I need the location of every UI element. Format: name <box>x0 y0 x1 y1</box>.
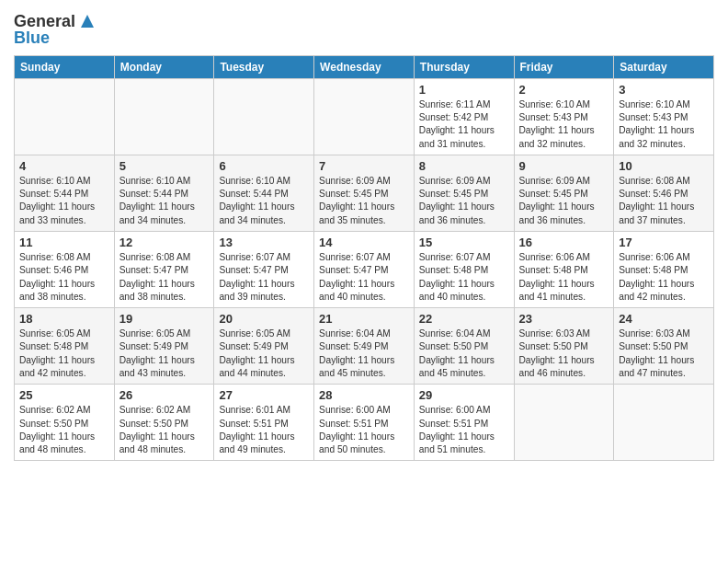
calendar-cell: 12Sunrise: 6:08 AM Sunset: 5:47 PM Dayli… <box>114 232 214 308</box>
day-info: Sunrise: 6:01 AM Sunset: 5:51 PM Dayligh… <box>219 404 309 456</box>
calendar-cell: 20Sunrise: 6:05 AM Sunset: 5:49 PM Dayli… <box>214 308 314 385</box>
calendar-cell: 8Sunrise: 6:09 AM Sunset: 5:45 PM Daylig… <box>414 155 514 231</box>
day-info: Sunrise: 6:07 AM Sunset: 5:47 PM Dayligh… <box>219 251 309 304</box>
header: General Blue <box>14 9 714 48</box>
day-info: Sunrise: 6:06 AM Sunset: 5:48 PM Dayligh… <box>519 251 609 304</box>
weekday-header: Sunday <box>15 55 115 78</box>
calendar-week: 11Sunrise: 6:08 AM Sunset: 5:46 PM Dayli… <box>15 232 714 308</box>
calendar-week: 25Sunrise: 6:02 AM Sunset: 5:50 PM Dayli… <box>15 385 714 461</box>
day-number: 21 <box>319 312 409 326</box>
day-number: 12 <box>119 236 210 249</box>
header-row: SundayMondayTuesdayWednesdayThursdayFrid… <box>15 55 714 78</box>
calendar-cell: 17Sunrise: 6:06 AM Sunset: 5:48 PM Dayli… <box>614 232 714 308</box>
day-info: Sunrise: 6:04 AM Sunset: 5:49 PM Dayligh… <box>319 327 409 380</box>
day-info: Sunrise: 6:05 AM Sunset: 5:49 PM Dayligh… <box>119 327 210 380</box>
day-number: 11 <box>19 236 109 249</box>
calendar-cell <box>614 385 714 461</box>
day-number: 29 <box>419 388 509 402</box>
calendar-cell: 2Sunrise: 6:10 AM Sunset: 5:43 PM Daylig… <box>514 78 614 155</box>
calendar-week: 18Sunrise: 6:05 AM Sunset: 5:48 PM Dayli… <box>15 308 714 385</box>
calendar-cell: 3Sunrise: 6:10 AM Sunset: 5:43 PM Daylig… <box>614 78 714 155</box>
day-info: Sunrise: 6:10 AM Sunset: 5:44 PM Dayligh… <box>119 175 210 227</box>
day-info: Sunrise: 6:04 AM Sunset: 5:50 PM Dayligh… <box>419 327 509 380</box>
calendar-cell <box>15 78 115 155</box>
weekday-header: Saturday <box>614 55 714 78</box>
calendar-cell: 13Sunrise: 6:07 AM Sunset: 5:47 PM Dayli… <box>214 232 314 308</box>
logo: General Blue <box>14 13 97 48</box>
day-info: Sunrise: 6:08 AM Sunset: 5:46 PM Dayligh… <box>619 175 709 227</box>
calendar-cell <box>114 78 214 155</box>
calendar-cell <box>314 78 415 155</box>
day-number: 23 <box>519 312 609 326</box>
day-info: Sunrise: 6:02 AM Sunset: 5:50 PM Dayligh… <box>19 404 109 456</box>
day-info: Sunrise: 6:07 AM Sunset: 5:48 PM Dayligh… <box>419 251 509 304</box>
day-info: Sunrise: 6:09 AM Sunset: 5:45 PM Dayligh… <box>519 175 609 227</box>
day-number: 18 <box>19 312 109 326</box>
calendar-cell: 25Sunrise: 6:02 AM Sunset: 5:50 PM Dayli… <box>15 385 115 461</box>
day-info: Sunrise: 6:03 AM Sunset: 5:50 PM Dayligh… <box>519 327 609 380</box>
day-number: 8 <box>419 159 509 173</box>
calendar-cell: 28Sunrise: 6:00 AM Sunset: 5:51 PM Dayli… <box>314 385 415 461</box>
day-number: 22 <box>419 312 509 326</box>
day-number: 14 <box>319 236 409 249</box>
day-number: 6 <box>219 159 309 173</box>
day-number: 7 <box>319 159 409 173</box>
calendar-table: SundayMondayTuesdayWednesdayThursdayFrid… <box>14 55 714 462</box>
calendar-cell: 6Sunrise: 6:10 AM Sunset: 5:44 PM Daylig… <box>214 155 314 231</box>
calendar-cell: 11Sunrise: 6:08 AM Sunset: 5:46 PM Dayli… <box>15 232 115 308</box>
day-info: Sunrise: 6:05 AM Sunset: 5:49 PM Dayligh… <box>219 327 309 380</box>
day-info: Sunrise: 6:06 AM Sunset: 5:48 PM Dayligh… <box>619 251 709 304</box>
calendar-cell: 18Sunrise: 6:05 AM Sunset: 5:48 PM Dayli… <box>15 308 115 385</box>
calendar-cell: 5Sunrise: 6:10 AM Sunset: 5:44 PM Daylig… <box>114 155 214 231</box>
day-number: 5 <box>119 159 210 173</box>
calendar-cell: 1Sunrise: 6:11 AM Sunset: 5:42 PM Daylig… <box>414 78 514 155</box>
day-info: Sunrise: 6:10 AM Sunset: 5:44 PM Dayligh… <box>219 175 309 227</box>
day-info: Sunrise: 6:09 AM Sunset: 5:45 PM Dayligh… <box>319 175 409 227</box>
day-info: Sunrise: 6:08 AM Sunset: 5:46 PM Dayligh… <box>19 251 109 304</box>
day-info: Sunrise: 6:08 AM Sunset: 5:47 PM Dayligh… <box>119 251 210 304</box>
calendar-cell: 24Sunrise: 6:03 AM Sunset: 5:50 PM Dayli… <box>614 308 714 385</box>
calendar-cell: 4Sunrise: 6:10 AM Sunset: 5:44 PM Daylig… <box>15 155 115 231</box>
day-info: Sunrise: 6:05 AM Sunset: 5:48 PM Dayligh… <box>19 327 109 380</box>
calendar-cell: 9Sunrise: 6:09 AM Sunset: 5:45 PM Daylig… <box>514 155 614 231</box>
page-container: General Blue SundayMondayTuesdayWednesda… <box>0 0 728 468</box>
weekday-header: Monday <box>114 55 214 78</box>
day-info: Sunrise: 6:00 AM Sunset: 5:51 PM Dayligh… <box>319 404 409 456</box>
weekday-header: Tuesday <box>214 55 314 78</box>
day-info: Sunrise: 6:03 AM Sunset: 5:50 PM Dayligh… <box>619 327 709 380</box>
day-number: 10 <box>619 159 709 173</box>
day-number: 24 <box>619 312 709 326</box>
logo-blue: Blue <box>14 29 50 48</box>
calendar-cell: 7Sunrise: 6:09 AM Sunset: 5:45 PM Daylig… <box>314 155 415 231</box>
calendar-cell: 23Sunrise: 6:03 AM Sunset: 5:50 PM Dayli… <box>514 308 614 385</box>
day-number: 15 <box>419 236 509 249</box>
calendar-cell: 16Sunrise: 6:06 AM Sunset: 5:48 PM Dayli… <box>514 232 614 308</box>
calendar-week: 1Sunrise: 6:11 AM Sunset: 5:42 PM Daylig… <box>15 78 714 155</box>
calendar-cell: 14Sunrise: 6:07 AM Sunset: 5:47 PM Dayli… <box>314 232 415 308</box>
weekday-header: Wednesday <box>314 55 415 78</box>
weekday-header: Friday <box>514 55 614 78</box>
calendar-cell <box>514 385 614 461</box>
day-number: 17 <box>619 236 709 249</box>
calendar-cell: 15Sunrise: 6:07 AM Sunset: 5:48 PM Dayli… <box>414 232 514 308</box>
day-info: Sunrise: 6:11 AM Sunset: 5:42 PM Dayligh… <box>419 98 509 151</box>
day-info: Sunrise: 6:02 AM Sunset: 5:50 PM Dayligh… <box>119 404 210 456</box>
calendar-cell: 10Sunrise: 6:08 AM Sunset: 5:46 PM Dayli… <box>614 155 714 231</box>
calendar-cell: 22Sunrise: 6:04 AM Sunset: 5:50 PM Dayli… <box>414 308 514 385</box>
calendar-cell <box>214 78 314 155</box>
day-info: Sunrise: 6:10 AM Sunset: 5:44 PM Dayligh… <box>19 175 109 227</box>
day-number: 2 <box>519 83 609 97</box>
day-number: 13 <box>219 236 309 249</box>
day-number: 19 <box>119 312 210 326</box>
day-number: 16 <box>519 236 609 249</box>
day-number: 26 <box>119 388 210 402</box>
day-number: 20 <box>219 312 309 326</box>
day-info: Sunrise: 6:10 AM Sunset: 5:43 PM Dayligh… <box>519 98 609 151</box>
weekday-header: Thursday <box>414 55 514 78</box>
calendar-week: 4Sunrise: 6:10 AM Sunset: 5:44 PM Daylig… <box>15 155 714 231</box>
calendar-cell: 29Sunrise: 6:00 AM Sunset: 5:51 PM Dayli… <box>414 385 514 461</box>
day-number: 3 <box>619 83 709 97</box>
day-info: Sunrise: 6:07 AM Sunset: 5:47 PM Dayligh… <box>319 251 409 304</box>
calendar-cell: 19Sunrise: 6:05 AM Sunset: 5:49 PM Dayli… <box>114 308 214 385</box>
day-info: Sunrise: 6:10 AM Sunset: 5:43 PM Dayligh… <box>619 98 709 151</box>
